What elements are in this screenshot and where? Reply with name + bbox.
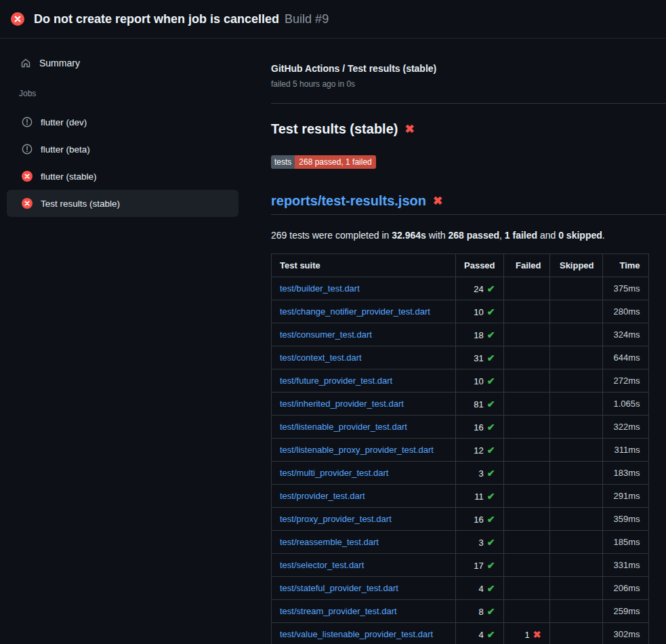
suite-link[interactable]: test/selector_test.dart (280, 560, 364, 570)
suite-link[interactable]: test/multi_provider_test.dart (280, 468, 388, 478)
sidebar-item-flutter-beta[interactable]: flutter (beta) (7, 136, 238, 163)
failed-cell (503, 393, 549, 416)
skipped-cell (549, 600, 602, 623)
check-icon: ✔ (487, 468, 495, 479)
summary-segment: 268 passed (449, 230, 500, 241)
suite-link[interactable]: test/builder_test.dart (280, 283, 360, 294)
time-cell: 185ms (602, 531, 648, 554)
breadcrumb: GitHub Actions / Test results (stable) (271, 63, 666, 74)
passed-cell: 8✔ (456, 600, 504, 623)
failed-cell (503, 416, 549, 439)
table-row: test/provider_test.dart11✔291ms (272, 485, 649, 508)
table-row: test/multi_provider_test.dart3✔183ms (272, 462, 649, 485)
sidebar-item-flutter-dev[interactable]: flutter (dev) (7, 108, 238, 136)
suite-link[interactable]: test/listenable_provider_test.dart (280, 422, 407, 432)
tests-badge-label: tests (271, 155, 295, 169)
suite-link[interactable]: test/reassemble_test.dart (280, 537, 379, 547)
time-cell: 311ms (602, 439, 648, 462)
sidebar-item-flutter-stable[interactable]: flutter (stable) (7, 163, 238, 190)
sidebar-item-test-results-stable[interactable]: Test results (stable) (7, 190, 238, 217)
failed-cell (503, 462, 549, 485)
failed-cell (503, 600, 549, 623)
suite-cell: test/change_notifier_provider_test.dart (272, 300, 456, 323)
time-cell: 644ms (602, 346, 648, 369)
failed-cell (503, 508, 549, 531)
time-cell: 375ms (602, 277, 648, 300)
suite-link[interactable]: test/stateful_provider_test.dart (280, 583, 398, 593)
failed-cell (503, 300, 549, 323)
check-icon: ✔ (487, 353, 495, 363)
suite-link[interactable]: test/future_provider_test.dart (280, 376, 392, 386)
check-icon: ✔ (487, 606, 495, 617)
time-cell: 331ms (602, 554, 648, 577)
suite-link[interactable]: test/inherited_provider_test.dart (280, 399, 404, 409)
section-title-text: Test results (stable) (271, 121, 398, 137)
suite-cell: test/stateful_provider_test.dart (272, 577, 456, 600)
job-label: flutter (dev) (41, 117, 87, 127)
table-row: test/listenable_proxy_provider_test.dart… (272, 439, 649, 462)
main-content: GitHub Actions / Test results (stable) f… (245, 39, 666, 644)
jobs-heading: Jobs (0, 74, 245, 108)
passed-cell: 81✔ (456, 393, 504, 416)
time-cell: 280ms (602, 300, 648, 323)
passed-cell: 16✔ (456, 508, 504, 531)
run-title: Do not create report when job is cancell… (34, 12, 279, 26)
skipped-cell (549, 369, 602, 393)
suite-cell: test/multi_provider_test.dart (272, 462, 456, 485)
check-icon: ✔ (487, 399, 495, 409)
summary-segment: and (537, 230, 558, 241)
x-icon: ✖ (433, 195, 442, 207)
time-cell: 291ms (602, 485, 648, 508)
skipped-cell (549, 439, 602, 462)
report-file-link[interactable]: reports/test-results.json (271, 193, 426, 209)
sidebar-item-summary[interactable]: Summary (0, 52, 245, 74)
passed-cell: 4✔ (456, 623, 504, 644)
check-icon: ✔ (487, 422, 495, 432)
suite-link[interactable]: test/consumer_test.dart (280, 329, 372, 340)
check-icon: ✔ (487, 583, 495, 594)
check-icon: ✔ (487, 560, 495, 571)
table-row: test/proxy_provider_test.dart16✔359ms (272, 508, 649, 531)
suite-cell: test/provider_test.dart (272, 485, 456, 508)
results-header-row: Test suitePassedFailedSkippedTime (272, 254, 649, 277)
table-row: test/selector_test.dart17✔331ms (272, 554, 649, 577)
suite-cell: test/proxy_provider_test.dart (272, 508, 456, 531)
suite-link[interactable]: test/context_test.dart (280, 353, 362, 363)
suite-link[interactable]: test/change_notifier_provider_test.dart (280, 306, 430, 317)
time-cell: 302ms (602, 623, 648, 644)
divider (271, 214, 666, 215)
skipped-cell (549, 393, 602, 416)
jobs-list: flutter (dev)flutter (beta)flutter (stab… (0, 108, 245, 217)
skipped-cell (549, 416, 602, 439)
table-row: test/change_notifier_provider_test.dart1… (272, 300, 649, 323)
summary-segment: with (426, 230, 449, 241)
divider (271, 103, 666, 104)
suite-link[interactable]: test/stream_provider_test.dart (280, 606, 397, 616)
check-icon: ✔ (487, 491, 495, 502)
suite-link[interactable]: test/proxy_provider_test.dart (280, 514, 392, 524)
check-icon: ✔ (487, 306, 495, 317)
skipped-cell (549, 346, 602, 369)
passed-cell: 31✔ (456, 346, 504, 369)
suite-link[interactable]: test/provider_test.dart (280, 491, 365, 501)
failed-cell (503, 369, 549, 393)
suite-cell: test/selector_test.dart (272, 554, 456, 577)
suite-link[interactable]: test/value_listenable_provider_test.dart (280, 629, 433, 639)
suite-cell: test/future_provider_test.dart (272, 369, 456, 393)
time-cell: 1.065s (602, 393, 648, 416)
table-row: test/stream_provider_test.dart8✔259ms (272, 600, 649, 623)
suite-link[interactable]: test/listenable_proxy_provider_test.dart (280, 445, 434, 455)
suite-cell: test/reassemble_test.dart (272, 531, 456, 554)
check-icon: ✔ (487, 329, 495, 340)
table-row: test/context_test.dart31✔644ms (272, 346, 649, 369)
x-icon: ✖ (533, 629, 541, 640)
sidebar-summary-label: Summary (39, 58, 80, 68)
table-row: test/inherited_provider_test.dart81✔1.06… (272, 393, 649, 416)
table-row: test/consumer_test.dart18✔324ms (272, 323, 649, 346)
report-heading: reports/test-results.json ✖ (271, 193, 666, 209)
summary-segment: . (602, 230, 605, 241)
failed-cell: 1✖ (503, 623, 549, 644)
suite-cell: test/context_test.dart (272, 346, 456, 369)
skipped-cell (549, 623, 602, 644)
summary-segment: , (499, 230, 505, 241)
